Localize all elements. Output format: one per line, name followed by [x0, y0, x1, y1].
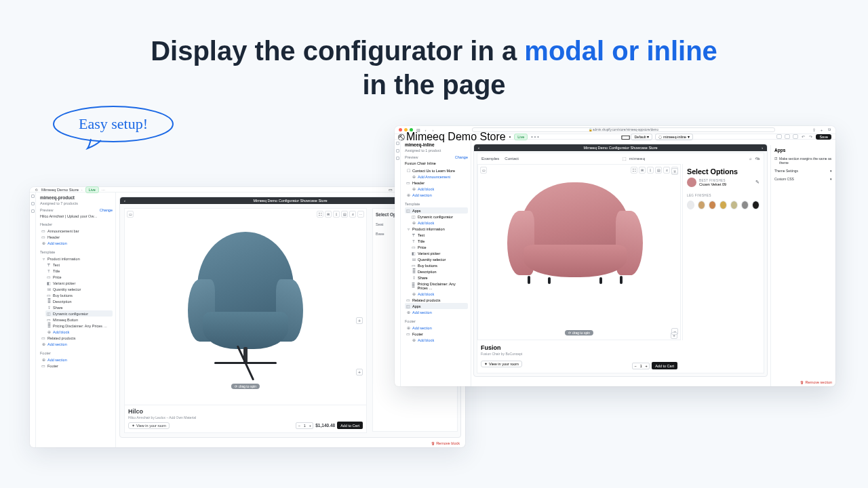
- tree-dyn[interactable]: ◫Dynamic configurator: [410, 214, 468, 220]
- camera-icon[interactable]: ⎚: [349, 211, 356, 218]
- tree-title-item[interactable]: TTitle: [45, 268, 113, 274]
- qty-stepper[interactable]: −1+: [632, 363, 650, 369]
- tree-qty[interactable]: ⊞Quantity selector: [410, 256, 468, 262]
- device-mobile-icon[interactable]: [793, 134, 798, 139]
- tree-apps[interactable]: ◫Apps: [405, 207, 468, 214]
- add-section-header[interactable]: ⊕Add section: [40, 240, 113, 246]
- qty-stepper[interactable]: −1+: [296, 422, 313, 429]
- product-viewer[interactable]: ▭ ⛶ ⊞ ⇩ ▤ ⎚ ··· ⟳ drag to spin + +: [124, 208, 367, 433]
- side-plus-2[interactable]: −: [671, 328, 678, 335]
- more-tool-icon[interactable]: ···: [357, 211, 364, 218]
- rail-apps-icon[interactable]: [396, 157, 399, 160]
- exit-icon[interactable]: ⎋: [34, 187, 39, 192]
- leg-swatch-2[interactable]: [709, 201, 716, 209]
- tree-buy[interactable]: ▭Buy buttons: [410, 262, 468, 268]
- pdf-icon[interactable]: ▤: [341, 211, 348, 218]
- more-icon[interactable]: ···: [530, 131, 539, 143]
- tree-mimeeq-button[interactable]: ▭Mimeeq Button: [45, 317, 113, 323]
- fullscreen-icon[interactable]: ⛶: [317, 211, 323, 218]
- add-block-header[interactable]: ⊕Add block: [410, 186, 468, 192]
- tree-price[interactable]: ▭Price: [410, 244, 468, 250]
- add-block-pi[interactable]: ⊕Add block: [45, 329, 113, 335]
- tree-desc[interactable]: ≣Description: [410, 268, 468, 274]
- inspect-icon[interactable]: ▭: [480, 167, 487, 174]
- add-section-2[interactable]: ⊕Add section: [405, 309, 468, 315]
- tree-price[interactable]: ▭Price: [45, 274, 113, 280]
- tree-announcement[interactable]: ▭Announcement bar: [40, 228, 113, 234]
- drag-to-spin[interactable]: ⟳ drag to spin: [565, 330, 593, 336]
- device-tablet-icon[interactable]: [785, 134, 790, 139]
- add-section-footer[interactable]: ⊕Add section: [40, 357, 113, 363]
- tree-pricing-disc[interactable]: ≣Pricing Disclaimer: Any Prices …: [410, 281, 468, 291]
- margins-checkbox[interactable]: ☑Make section margins the same as theme: [774, 157, 832, 165]
- tree-apps2[interactable]: ◫Apps: [405, 303, 468, 309]
- remove-block-button[interactable]: 🗑 Remove block: [431, 441, 460, 445]
- rail-theme-icon[interactable]: [31, 202, 35, 205]
- tree-desc[interactable]: ≣Description: [45, 298, 113, 304]
- side-plus-1[interactable]: +: [671, 168, 678, 175]
- tree-variant[interactable]: ◧Variant picker: [45, 280, 113, 286]
- tree-pricing-disc[interactable]: ≣Pricing Disclaimer: Any Prices …: [45, 323, 113, 329]
- tabs-icon[interactable]: ⧉: [827, 127, 831, 132]
- undo-icon[interactable]: ↶: [801, 134, 806, 139]
- add-to-cart-button[interactable]: Add to Cart: [652, 362, 677, 369]
- tree-footer[interactable]: ▭Footer: [40, 363, 113, 369]
- search-icon[interactable]: ⌕: [749, 157, 752, 161]
- change-link[interactable]: Change: [455, 155, 468, 159]
- add-block-pi[interactable]: ⊕Add block: [410, 291, 468, 297]
- tree-product-info[interactable]: ▿Product information: [40, 256, 113, 262]
- tree-qty[interactable]: ⊞Quantity selector: [45, 286, 113, 292]
- rail-sections-icon[interactable]: [396, 142, 399, 145]
- tree-footer[interactable]: ▭Footer: [405, 331, 468, 337]
- tree-text[interactable]: 𝖳Text: [45, 262, 113, 268]
- leg-swatch-0[interactable]: [687, 201, 694, 209]
- leg-swatch-4[interactable]: [730, 201, 738, 209]
- nav-examples[interactable]: Examples: [481, 157, 499, 161]
- change-link[interactable]: Change: [100, 208, 113, 212]
- preview-value[interactable]: Hilco Armchair | Upload your Ow…: [40, 214, 113, 218]
- leg-swatch-3[interactable]: [719, 201, 727, 209]
- scope-dropdown[interactable]: ◌ mimeeq-inline ▾: [655, 134, 692, 140]
- leg-swatch-5[interactable]: [741, 201, 749, 209]
- rail-theme-icon[interactable]: [396, 149, 399, 152]
- leg-swatch-1[interactable]: [698, 201, 705, 209]
- expand-button[interactable]: +: [356, 369, 363, 375]
- tree-prodinfo[interactable]: ▿Product information: [405, 226, 468, 232]
- redo-icon[interactable]: ↷: [808, 134, 813, 139]
- view-in-room-button[interactable]: ✦ View in your room: [128, 422, 170, 429]
- add-section-1[interactable]: ⊕Add section: [405, 192, 468, 198]
- add-block-footer[interactable]: ⊕Add block: [410, 337, 468, 343]
- custom-css-row[interactable]: Custom CSS▾: [774, 177, 832, 181]
- preset-dropdown[interactable]: Default ▾: [631, 134, 652, 140]
- tree-variant[interactable]: ◧Variant picker: [410, 250, 468, 256]
- drag-to-spin[interactable]: ⟳ drag to spin: [231, 384, 260, 389]
- tree-buy[interactable]: ▭Buy buttons: [45, 292, 113, 298]
- camera-icon[interactable]: ⎚: [663, 167, 670, 174]
- export-icon[interactable]: ⇩: [333, 211, 340, 218]
- add-announcement[interactable]: ⊕Add Announcement: [410, 174, 468, 180]
- tree-text[interactable]: 𝖳Text: [410, 232, 468, 238]
- tree-share[interactable]: ⇪Share: [45, 304, 113, 310]
- viewport-toggle-icon[interactable]: ▭: [623, 134, 628, 139]
- tree-title-item[interactable]: TTitle: [410, 238, 468, 244]
- add-section-footer[interactable]: ⊕Add section: [405, 325, 468, 331]
- dimensions-icon[interactable]: ⊞: [639, 167, 646, 174]
- tree-share[interactable]: ⇪Share: [410, 274, 468, 281]
- leg-swatch-6[interactable]: [752, 201, 760, 209]
- tree-contact[interactable]: ☐Contact Us to Learn More: [405, 167, 468, 174]
- device-desktop-icon[interactable]: [776, 134, 782, 139]
- pdf-icon[interactable]: ▤: [655, 167, 662, 174]
- tree-header[interactable]: ▭Header: [40, 234, 113, 240]
- view-in-room-button[interactable]: ✦ View in your room: [481, 361, 522, 367]
- tree-dynamic-configurator[interactable]: ◫Dynamic configurator: [45, 310, 113, 317]
- tree-header[interactable]: ▭Header: [405, 180, 468, 186]
- add-section-template[interactable]: ⊕Add section: [40, 341, 113, 347]
- share-icon[interactable]: ⇪: [812, 127, 816, 132]
- save-button[interactable]: Save: [816, 134, 831, 140]
- side-plus-button[interactable]: +: [356, 317, 363, 324]
- best-finishes-row[interactable]: BEST FINISHES Crown Velvet 09 ✎: [687, 178, 760, 187]
- store-brand[interactable]: ⬚mimeeq: [623, 156, 645, 161]
- export-icon[interactable]: ⇩: [647, 167, 654, 174]
- tree-related[interactable]: ▭Related products: [405, 297, 468, 303]
- fullscreen-icon[interactable]: ⛶: [631, 167, 637, 174]
